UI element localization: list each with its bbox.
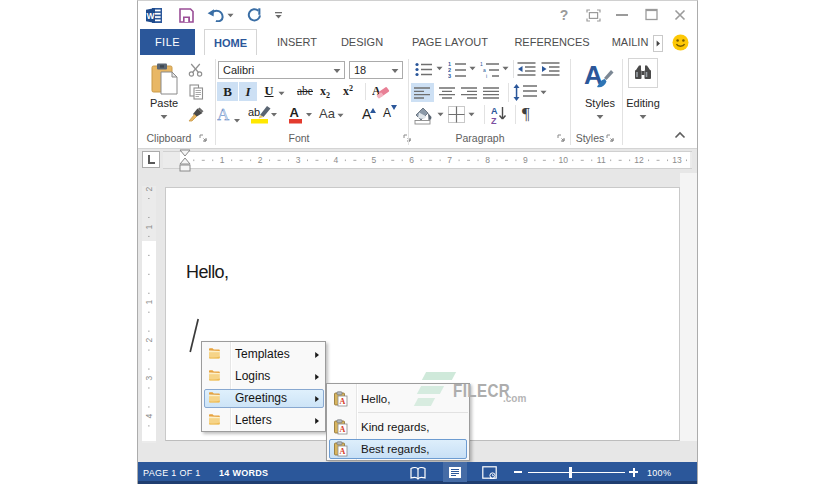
- svg-text:9: 9: [523, 155, 528, 165]
- svg-text:1: 1: [220, 155, 225, 165]
- svg-text:2: 2: [258, 155, 263, 165]
- svg-text:ab: ab: [248, 106, 260, 118]
- svg-text:3: 3: [296, 155, 301, 165]
- svg-text:4: 4: [334, 155, 339, 165]
- svg-text:A: A: [290, 105, 300, 120]
- svg-text:6: 6: [409, 155, 414, 165]
- svg-text:5: 5: [371, 155, 376, 165]
- svg-text:7: 7: [447, 155, 452, 165]
- svg-text:3: 3: [144, 375, 154, 380]
- svg-text:11: 11: [597, 155, 606, 165]
- svg-text:10: 10: [559, 155, 569, 165]
- svg-text:Z: Z: [491, 116, 497, 125]
- svg-text:A: A: [217, 105, 230, 124]
- svg-text:A: A: [340, 447, 346, 456]
- svg-text:2: 2: [144, 337, 154, 342]
- svg-text:1: 1: [144, 299, 154, 304]
- svg-text:W: W: [146, 11, 155, 21]
- svg-text:i: i: [486, 73, 487, 78]
- svg-text:8: 8: [485, 155, 490, 165]
- svg-text:1: 1: [144, 224, 154, 229]
- svg-text:4: 4: [144, 413, 154, 418]
- svg-text:13: 13: [672, 155, 682, 165]
- svg-text:A: A: [340, 397, 346, 406]
- svg-text:2: 2: [144, 186, 154, 191]
- svg-text:3: 3: [448, 73, 451, 78]
- svg-text:A: A: [340, 425, 346, 434]
- svg-text:A: A: [491, 106, 498, 116]
- svg-text:12: 12: [634, 155, 644, 165]
